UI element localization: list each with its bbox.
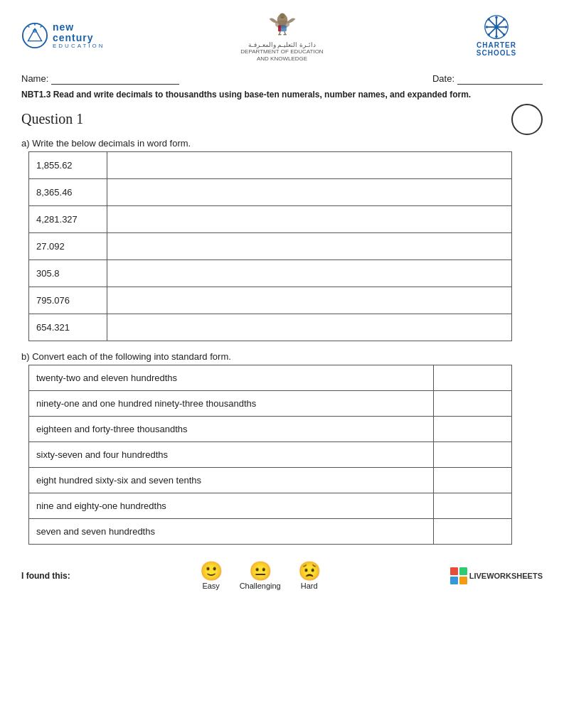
standard-form-table: twenty-two and eleven hundredthsninety-o… xyxy=(28,365,512,545)
standard-row: eight hundred sixty-six and seven tenths xyxy=(29,467,512,493)
standard-row: seven and seven hundredths xyxy=(29,518,512,544)
decimal-value: 27.092 xyxy=(29,232,107,259)
standard-row: sixty-seven and four hundredths xyxy=(29,441,512,467)
emoji-group: 🙂 Easy 😐 Challenging 😟 Hard xyxy=(70,562,450,590)
header: new century EDUCATION xyxy=(21,9,543,69)
standard-row: eighteen and forty-three thousandths xyxy=(29,416,512,441)
found-this-label: I found this: xyxy=(21,571,70,581)
charter-line1: CHARTER xyxy=(477,41,516,49)
svg-point-24 xyxy=(487,18,490,21)
part-a-label: a) Write the below decimals in word form… xyxy=(21,138,543,149)
lw-icon xyxy=(450,567,467,584)
svg-rect-31 xyxy=(450,577,458,584)
part-b-label: b) Convert each of the following into st… xyxy=(21,351,543,362)
word-form-value: nine and eighty-one hundredths xyxy=(29,493,434,518)
standard-form-input[interactable] xyxy=(434,416,512,441)
question-title: Question 1 xyxy=(21,111,83,127)
decimal-row: 4,281.327 xyxy=(29,205,512,232)
svg-point-22 xyxy=(486,26,489,29)
svg-point-23 xyxy=(505,26,508,29)
name-field-row: Name: xyxy=(21,73,179,85)
date-field-row: Date: xyxy=(432,73,543,85)
liveworksheets-badge: LIVEWORKSHEETS xyxy=(450,567,543,584)
standard-form-input[interactable] xyxy=(434,493,512,518)
charter-logo: CHARTER SCHOOLS xyxy=(477,14,516,57)
svg-point-21 xyxy=(495,36,498,38)
uae-emblem-icon xyxy=(267,9,298,40)
page: new century EDUCATION xyxy=(0,0,564,728)
easy-label: Easy xyxy=(202,582,219,590)
standard-form-input[interactable] xyxy=(434,441,512,467)
svg-rect-30 xyxy=(459,567,467,575)
word-form-input[interactable] xyxy=(107,151,511,178)
svg-point-25 xyxy=(503,33,506,36)
emoji-hard[interactable]: 😟 Hard xyxy=(298,562,321,590)
decimal-row: 795.076 xyxy=(29,287,512,314)
standard-form-input[interactable] xyxy=(434,390,512,416)
decimal-value: 4,281.327 xyxy=(29,205,107,232)
svg-line-4 xyxy=(41,26,42,28)
svg-point-20 xyxy=(495,16,498,19)
decimal-value: 8,365.46 xyxy=(29,178,107,205)
nc-new-label: new xyxy=(53,22,105,33)
found-this-text: I found this: xyxy=(21,571,70,581)
standard-form-input[interactable] xyxy=(434,365,512,390)
svg-rect-32 xyxy=(459,577,467,584)
svg-point-2 xyxy=(33,29,37,33)
word-form-input[interactable] xyxy=(107,314,511,341)
svg-point-0 xyxy=(23,23,47,48)
arabic-text: دائـرة التعليـم والمعـرفـة xyxy=(248,41,316,48)
instruction-block: NBT1.3 Read and write decimals to thousa… xyxy=(21,89,543,101)
challenging-label: Challenging xyxy=(240,582,281,590)
nc-text: new century EDUCATION xyxy=(53,22,105,50)
word-form-input[interactable] xyxy=(107,232,511,259)
nc-logo: new century EDUCATION xyxy=(21,22,105,50)
word-form-input[interactable] xyxy=(107,287,511,314)
logo-right: CHARTER SCHOOLS xyxy=(450,14,543,57)
word-form-input[interactable] xyxy=(107,259,511,287)
date-input[interactable] xyxy=(457,73,543,85)
decimal-row: 27.092 xyxy=(29,232,512,259)
instruction-code: NBT1.3 xyxy=(21,90,50,100)
word-form-value: eighteen and forty-three thousandths xyxy=(29,416,434,441)
charter-line2: SCHOOLS xyxy=(477,49,516,57)
nc-century-label: century xyxy=(53,33,105,43)
standard-row: ninety-one and one hundred ninety-three … xyxy=(29,390,512,416)
question-title-row: Question 1 xyxy=(21,104,543,135)
date-label: Date: xyxy=(432,73,454,84)
score-circle xyxy=(511,104,543,135)
word-form-input[interactable] xyxy=(107,205,511,232)
standard-form-input[interactable] xyxy=(434,467,512,493)
word-form-value: sixty-seven and four hundredths xyxy=(29,441,434,467)
dept-line2: AND KNOWLEDGE xyxy=(257,55,307,63)
decimal-row: 8,365.46 xyxy=(29,178,512,205)
word-form-input[interactable] xyxy=(107,178,511,205)
emoji-easy[interactable]: 🙂 Easy xyxy=(200,562,223,590)
svg-rect-29 xyxy=(450,567,458,575)
standard-form-input[interactable] xyxy=(434,518,512,544)
decimal-value: 795.076 xyxy=(29,287,107,314)
footer: I found this: 🙂 Easy 😐 Challenging 😟 Har… xyxy=(21,555,543,590)
decimals-table: 1,855.628,365.464,281.32727.092305.8795.… xyxy=(28,151,512,341)
logo-left: new century EDUCATION xyxy=(21,22,114,50)
name-date-row: Name: Date: xyxy=(21,73,543,85)
standard-row: twenty-two and eleven hundredths xyxy=(29,365,512,390)
standard-row: nine and eighty-one hundredths xyxy=(29,493,512,518)
logo-center: دائـرة التعليـم والمعـرفـة DEPARTMENT OF… xyxy=(240,9,323,63)
svg-point-27 xyxy=(487,33,490,36)
easy-face-icon: 🙂 xyxy=(200,562,223,580)
decimal-value: 654.321 xyxy=(29,314,107,341)
liveworksheets-text: LIVEWORKSHEETS xyxy=(469,572,543,580)
decimal-row: 305.8 xyxy=(29,259,512,287)
emoji-challenging[interactable]: 😐 Challenging xyxy=(240,562,281,590)
dept-line1: DEPARTMENT OF EDUCATION xyxy=(240,48,323,55)
name-input[interactable] xyxy=(51,73,179,85)
name-label: Name: xyxy=(21,73,48,84)
word-form-value: seven and seven hundredths xyxy=(29,518,434,544)
instruction-text: Read and write decimals to thousandths u… xyxy=(50,90,471,100)
decimal-value: 305.8 xyxy=(29,259,107,287)
hard-label: Hard xyxy=(301,582,318,590)
hard-face-icon: 😟 xyxy=(298,562,321,580)
decimal-row: 654.321 xyxy=(29,314,512,341)
nc-education-label: EDUCATION xyxy=(53,43,105,50)
